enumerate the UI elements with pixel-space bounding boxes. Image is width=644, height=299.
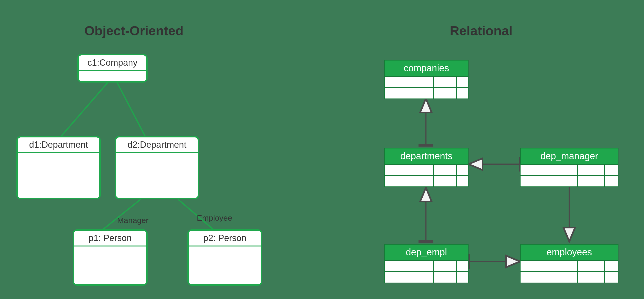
table-employees: employees: [520, 244, 618, 283]
table-dep-manager: dep_manager: [520, 148, 618, 187]
table-departments: departments: [384, 148, 468, 187]
table-companies: companies: [384, 60, 468, 99]
edge-label-manager: Manager: [117, 216, 148, 225]
edge-c1-d1: [61, 83, 108, 136]
obj-person2-label: p2: Person: [189, 231, 261, 246]
edge-label-employee: Employee: [197, 213, 232, 222]
obj-company-label: c1:Company: [79, 55, 146, 71]
obj-company: c1:Company: [77, 54, 148, 83]
obj-person1-label: p1: Person: [74, 231, 146, 246]
obj-person2: p2: Person: [188, 229, 262, 286]
title-right: Relational: [450, 23, 512, 38]
title-left: Object-Oriented: [84, 23, 184, 38]
obj-dept1: d1:Department: [16, 136, 101, 199]
table-dep-empl: dep_empl: [384, 244, 468, 283]
obj-dept2: d2:Department: [115, 136, 199, 199]
table-employees-header: employees: [520, 244, 618, 260]
obj-dept2-label: d2:Department: [116, 137, 198, 153]
table-dep-manager-header: dep_manager: [520, 148, 618, 164]
table-dep-empl-header: dep_empl: [384, 244, 468, 260]
obj-dept1-label: d1:Department: [18, 137, 99, 153]
edge-c1-d2: [117, 83, 145, 136]
table-companies-header: companies: [384, 60, 468, 77]
table-departments-header: departments: [384, 148, 468, 164]
obj-person1: p1: Person: [72, 229, 148, 286]
